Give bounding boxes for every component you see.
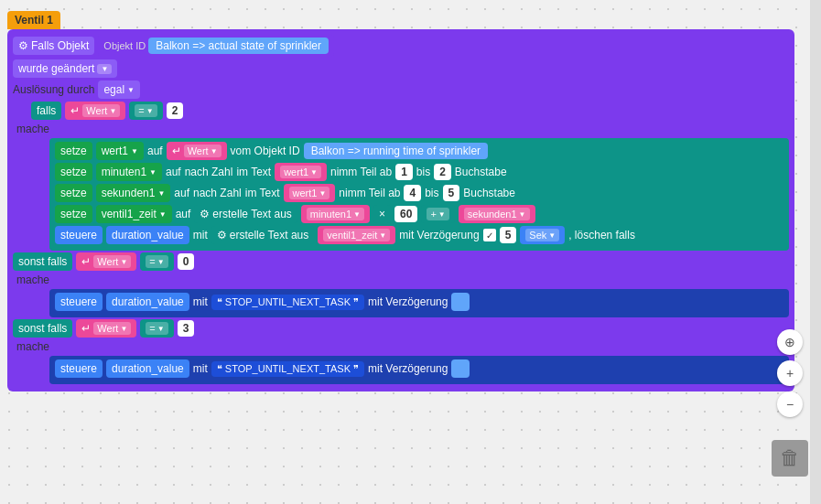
value-sf3-num: 3 (178, 320, 195, 337)
num60-block: 60 (394, 206, 417, 222)
sekunden1-var-label: sekunden1 (102, 187, 156, 199)
times4-label: × (379, 208, 385, 220)
egal-block[interactable]: egal ▼ (98, 80, 140, 99)
steuere2-row: steuere duration_value mit STOP_UNTIL_NE… (55, 293, 783, 311)
wert-sf3-dropdown[interactable]: Wert (93, 322, 131, 335)
ventil1-zeit-dropdown[interactable]: ventil1_zeit (323, 229, 390, 241)
mache2-container: steuere duration_value mit STOP_UNTIL_NE… (49, 289, 789, 317)
locate-button[interactable]: ⊕ (777, 329, 803, 355)
setze2-block[interactable]: setze (55, 163, 92, 181)
mit3-label: mit (193, 362, 208, 375)
trash-icon[interactable]: 🗑 (772, 440, 808, 477)
setze1-row: setze wert1 ▼ auf ↵ Wert vom Objekt ID B… (55, 142, 783, 160)
canvas: Ventil 1 ⚙ Falls Objekt Objekt ID Balkon… (0, 0, 821, 504)
sekunden4-block[interactable]: sekunden1 (459, 205, 535, 223)
steuere3-block[interactable]: steuere (55, 359, 103, 378)
wert-sf2-arrow: ↵ (81, 255, 91, 268)
duration3-var-block[interactable]: duration_value (106, 359, 189, 378)
wurde-geaendert-dropdown[interactable] (97, 64, 112, 74)
auf3-label: auf (174, 187, 189, 199)
duration1-var-label: duration_value (112, 229, 184, 241)
equals-sf2-dropdown[interactable]: = (146, 255, 167, 268)
header-row: ⚙ Falls Objekt Objekt ID Balkon => actua… (13, 35, 789, 57)
scrollbar[interactable] (810, 0, 821, 504)
from2-num: 1 (395, 164, 413, 180)
mit-verzoegerung2-label: mit Verzögerung (368, 295, 448, 308)
times4-block[interactable]: × (373, 205, 391, 223)
delay3-block[interactable] (451, 359, 470, 378)
equals1-block[interactable]: = (129, 102, 162, 120)
zoom-out-button[interactable]: − (777, 391, 803, 417)
wert3-dropdown[interactable]: wert1 (289, 187, 330, 199)
steuere2-block[interactable]: steuere (55, 293, 103, 311)
objekt-id-label: Objekt ID (103, 40, 146, 51)
sekunden4-dropdown[interactable]: sekunden1 (464, 208, 530, 220)
nimm-teil2-label: nimm Teil ab (330, 166, 392, 178)
steuere1-block[interactable]: steuere (55, 226, 103, 244)
erstelle-text5-block[interactable]: ⚙ erstelle Text aus (211, 226, 315, 244)
nimm-teil3-label: nimm Teil ab (339, 187, 400, 199)
minuten1-var-block[interactable]: minuten1 ▼ (96, 163, 162, 181)
wert1-dropdown[interactable]: Wert (82, 104, 120, 117)
steuere2-label: steuere (60, 295, 97, 308)
ventil1-zeit-var-block[interactable]: ventil1_zeit ▼ (96, 205, 172, 223)
delay2-block[interactable] (451, 293, 470, 311)
loeschen1-label: , löschen falls (568, 229, 635, 241)
gear-icon: ⚙ (18, 39, 28, 52)
sek1-block[interactable]: Sek (520, 226, 565, 244)
minuten4-block[interactable]: minuten1 (301, 205, 370, 223)
gear4-icon: ⚙ (200, 208, 210, 220)
equals-sf3-dropdown[interactable]: = (146, 322, 167, 335)
wurde-geaendert-block[interactable]: wurde geändert (13, 59, 117, 78)
wert-sf3-block[interactable]: ↵ Wert (76, 319, 136, 338)
title-bar[interactable]: Ventil 1 (7, 11, 60, 29)
mache3-label-row: mache (13, 340, 789, 353)
ventil1-zeit-block[interactable]: ventil1_zeit (318, 226, 395, 244)
wert-sf3-arrow: ↵ (81, 322, 91, 335)
equals1-dropdown[interactable]: = (135, 104, 157, 117)
equals-sf2-block[interactable]: = (140, 252, 173, 271)
setze3-row: setze sekunden1 ▼ auf nach Zahl im Text … (55, 184, 783, 202)
wert2-dropdown[interactable]: wert1 (280, 166, 321, 178)
plus4-dropdown[interactable]: + (427, 208, 448, 220)
sonst-falls3-block[interactable]: sonst falls (13, 319, 72, 338)
buchstabe3-label: Buchstabe (463, 187, 515, 199)
duration3-var-label: duration_value (112, 362, 184, 375)
setze3-block[interactable]: setze (55, 184, 92, 202)
plus4-block[interactable]: + (421, 205, 454, 223)
wert1-block[interactable]: ↵ Wert (65, 102, 125, 120)
setze1-label: setze (60, 145, 87, 157)
mit-verzoegerung3-label: mit Verzögerung (368, 362, 448, 375)
sonst-falls2-block[interactable]: sonst falls (13, 252, 72, 271)
wert-source-dropdown[interactable]: Wert (184, 145, 221, 157)
setze4-block[interactable]: setze (55, 205, 92, 223)
erstelle-text4-block[interactable]: ⚙ erstelle Text aus (194, 205, 297, 223)
controls-panel: ⊕ + − (777, 329, 803, 417)
wert-sf2-block[interactable]: ↵ Wert (76, 252, 136, 271)
nach-zahl3-label: nach Zahl (193, 187, 242, 199)
setze1-block[interactable]: setze (55, 142, 92, 160)
to3-num: 5 (443, 185, 460, 201)
zoom-in-button[interactable]: + (777, 360, 803, 386)
connector-block: Objekt ID Balkon => actual state of spri… (98, 35, 334, 57)
minuten4-dropdown[interactable]: minuten1 (307, 208, 364, 220)
to2-num: 2 (434, 164, 451, 180)
equals-sf3-block[interactable]: = (140, 319, 173, 338)
wert3-block[interactable]: wert1 (284, 184, 336, 202)
wert2-block[interactable]: wert1 (275, 163, 327, 181)
mache1-label-row: mache (13, 123, 789, 135)
duration2-var-block[interactable]: duration_value (106, 293, 189, 311)
wert-sf2-dropdown[interactable]: Wert (93, 255, 131, 268)
sek1-dropdown[interactable]: Sek (525, 229, 559, 241)
wert1-var-block[interactable]: wert1 ▼ (96, 142, 144, 160)
wurde-geaendert-row: wurde geändert (13, 59, 789, 78)
from3-num: 4 (404, 185, 421, 201)
gear5-icon: ⚙ (217, 229, 227, 241)
falls-objekt-block[interactable]: ⚙ Falls Objekt (13, 37, 94, 55)
wert-source-block[interactable]: ↵ Wert (167, 142, 227, 160)
steuere1-row: steuere duration_value mit ⚙ erstelle Te… (55, 226, 783, 244)
sekunden1-var-block[interactable]: sekunden1 ▼ (96, 184, 171, 202)
falls1-block[interactable]: falls (31, 102, 61, 120)
duration1-var-block[interactable]: duration_value (106, 226, 189, 244)
mit-verzoegerung1-label: mit Verzögerung (399, 229, 479, 241)
